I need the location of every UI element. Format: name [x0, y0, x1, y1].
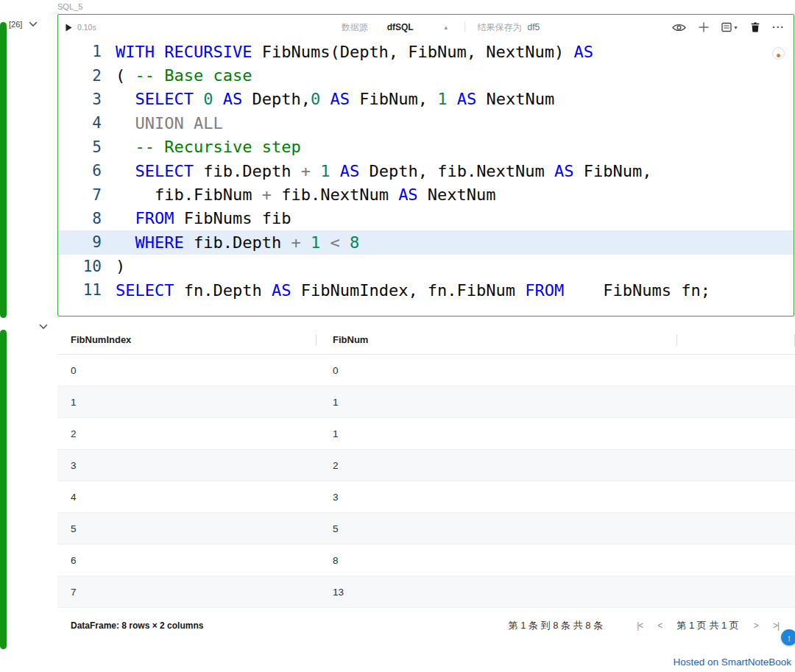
- code-text[interactable]: fib.FibNum + fib.NextNum AS NextNum: [116, 185, 794, 204]
- table-cell: 2: [317, 450, 677, 481]
- execution-duration: 0.10s: [77, 23, 96, 32]
- table-row: 21: [57, 418, 795, 450]
- trash-icon[interactable]: [751, 22, 760, 32]
- sql-cell: 0.10s 数据源 dfSQL ▲ 结果保存为 df5: [57, 14, 794, 316]
- code-line[interactable]: 3 SELECT 0 AS Depth,0 AS FibNum, 1 AS Ne…: [58, 88, 794, 111]
- first-page-button[interactable]: |<: [637, 620, 643, 631]
- table-cell: 7: [57, 576, 317, 607]
- table-cell: 2: [57, 418, 317, 449]
- indicator-icon[interactable]: [772, 47, 785, 60]
- table-cell: 0: [57, 355, 317, 386]
- code-line[interactable]: 10): [58, 255, 794, 278]
- code-text[interactable]: UNION ALL: [116, 114, 794, 132]
- line-number: 6: [58, 162, 102, 180]
- line-number: 4: [58, 114, 102, 132]
- execution-count-area: [26]: [9, 20, 38, 29]
- save-result-label: 结果保存为: [478, 21, 522, 33]
- table-cell: 5: [317, 513, 677, 544]
- dataframe-summary: DataFrame: 8 rows × 2 columns: [57, 620, 203, 631]
- toolbar-actions: ▼ ···: [672, 22, 785, 32]
- code-text[interactable]: ( -- Base case: [116, 66, 794, 85]
- table-cell: 5: [57, 513, 317, 544]
- line-number: 10: [58, 258, 102, 275]
- column-header-fibnumindex[interactable]: FibNumIndex: [57, 325, 317, 354]
- code-text[interactable]: SELECT fib.Depth + 1 AS Depth, fib.NextN…: [116, 162, 794, 180]
- table-cell: 3: [57, 450, 317, 481]
- table-header-row: FibNumIndex FibNum: [57, 325, 795, 355]
- datasource-label: 数据源: [342, 21, 368, 33]
- result-collapse-chevron-icon[interactable]: [39, 324, 48, 330]
- add-icon[interactable]: [699, 22, 709, 32]
- table-row: 713: [57, 576, 795, 608]
- table-cell-empty: [677, 355, 795, 386]
- table-cell-empty: [677, 386, 795, 417]
- code-line[interactable]: 8 FROM FibNums fib: [58, 207, 794, 230]
- export-options-icon[interactable]: ▼: [721, 22, 738, 32]
- code-text[interactable]: -- Recursive step: [116, 138, 794, 156]
- table-cell-empty: [677, 576, 795, 607]
- column-header-fibnum[interactable]: FibNum: [317, 325, 677, 354]
- more-menu-icon[interactable]: ···: [772, 24, 785, 31]
- result-rows: 00112132435568713: [57, 355, 795, 608]
- code-text[interactable]: ): [116, 257, 794, 275]
- code-line[interactable]: 11SELECT fn.Depth AS FibNumIndex, fn.Fib…: [58, 278, 794, 302]
- code-text[interactable]: SELECT fn.Depth AS FibNumIndex, fn.FibNu…: [116, 281, 794, 300]
- hosted-on-link[interactable]: Hosted on SmartNoteBook: [673, 657, 791, 668]
- cell-toolbar: 0.10s 数据源 dfSQL ▲ 结果保存为 df5: [58, 15, 794, 37]
- cell-collapse-chevron-icon[interactable]: [29, 21, 38, 27]
- result-selection-bar[interactable]: [0, 330, 7, 649]
- code-line[interactable]: 1WITH RECURSIVE FibNums(Depth, FibNum, N…: [58, 40, 794, 63]
- table-cell-empty: [677, 545, 795, 576]
- table-cell: 4: [57, 481, 317, 512]
- table-row: 68: [57, 545, 795, 576]
- line-number: 2: [58, 67, 102, 85]
- code-text[interactable]: WITH RECURSIVE FibNums(Depth, FibNum, Ne…: [116, 43, 794, 61]
- toolbar-center: 数据源 dfSQL ▲ 结果保存为 df5: [342, 21, 540, 33]
- code-line[interactable]: 9 WHERE fib.Depth + 1 < 8: [58, 230, 794, 254]
- line-number: 5: [58, 138, 102, 156]
- table-row: 43: [57, 481, 795, 513]
- table-cell: 13: [317, 576, 677, 607]
- table-cell-empty: [677, 450, 795, 481]
- table-row: 11: [57, 386, 795, 418]
- last-page-button[interactable]: >|: [773, 620, 779, 631]
- back-to-top-button[interactable]: ↑: [781, 629, 795, 646]
- row-range-text: 第 1 条 到 8 条 共 8 条: [509, 619, 604, 632]
- run-status: 0.10s: [66, 23, 96, 32]
- code-text[interactable]: SELECT 0 AS Depth,0 AS FibNum, 1 AS Next…: [116, 90, 794, 108]
- code-line[interactable]: 7 fib.FibNum + fib.NextNum AS NextNum: [58, 183, 794, 206]
- next-page-button[interactable]: >: [754, 620, 758, 631]
- line-number: 8: [58, 210, 102, 227]
- table-cell: 6: [57, 545, 317, 576]
- code-line[interactable]: 6 SELECT fib.Depth + 1 AS Depth, fib.Nex…: [58, 159, 794, 183]
- cell-selection-bar[interactable]: [0, 22, 7, 318]
- table-row: 32: [57, 450, 795, 481]
- code-line[interactable]: 4 UNION ALL: [58, 111, 794, 135]
- code-editor[interactable]: 1WITH RECURSIVE FibNums(Depth, FibNum, N…: [58, 40, 794, 302]
- code-text[interactable]: WHERE fib.Depth + 1 < 8: [116, 233, 794, 252]
- engine-dropdown-up-icon[interactable]: ▲: [443, 24, 449, 30]
- code-line[interactable]: 2( -- Base case: [58, 63, 794, 87]
- result-table: FibNumIndex FibNum 00112132435568713 Dat…: [57, 325, 795, 643]
- eye-icon[interactable]: [672, 23, 686, 32]
- table-cell: 3: [317, 481, 677, 512]
- toolbar-divider: [465, 22, 466, 32]
- cell-title: SQL_5: [57, 2, 82, 11]
- table-cell: 1: [317, 418, 677, 449]
- table-cell: 1: [57, 386, 317, 417]
- code-line[interactable]: 5 -- Recursive step: [58, 135, 794, 159]
- column-header-empty: [677, 325, 795, 354]
- table-footer: DataFrame: 8 rows × 2 columns 第 1 条 到 8 …: [57, 608, 795, 643]
- line-number: 3: [58, 91, 102, 108]
- notebook-page: [26] SQL_5 0.10s 数据源 dfSQL ▲ 结果保存为 df5: [0, 0, 795, 672]
- table-cell-empty: [677, 418, 795, 449]
- engine-selector[interactable]: dfSQL: [387, 22, 414, 32]
- pagination: |< < 第 1 页 共 1 页 > >|: [637, 619, 779, 632]
- save-result-target[interactable]: df5: [528, 22, 540, 32]
- table-cell-empty: [677, 481, 795, 512]
- table-cell: 0: [317, 355, 677, 386]
- prev-page-button[interactable]: <: [657, 620, 662, 631]
- code-text[interactable]: FROM FibNums fib: [116, 209, 794, 227]
- play-icon[interactable]: [66, 24, 72, 32]
- table-cell: 8: [317, 545, 677, 576]
